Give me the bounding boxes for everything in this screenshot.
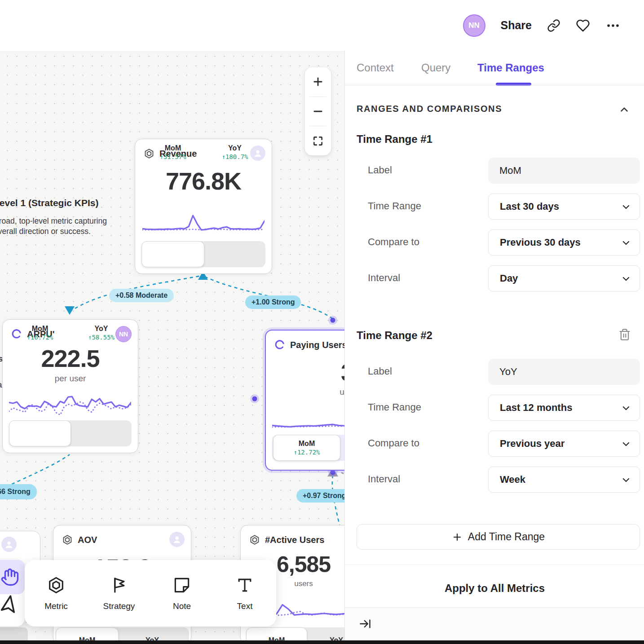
label-input[interactable]: MoM: [488, 158, 640, 184]
copy-link-icon[interactable]: [547, 19, 560, 32]
owner-avatar-icon: [169, 532, 185, 547]
metric-value: 222.5: [3, 344, 138, 372]
toggle-percent: ↑180.7%: [221, 153, 248, 161]
metric-value: 3,49: [306, 358, 345, 386]
metric-card-revenue[interactable]: Revenue 776.8K MoM ↑31.57% YoY ↑180.7%: [135, 139, 272, 274]
metric-unit: per user: [3, 374, 138, 384]
toggle-percent: ↑58.55%: [88, 333, 115, 341]
share-button[interactable]: Share: [501, 19, 532, 32]
toggle-label[interactable]: YoY: [95, 324, 108, 333]
chevron-down-icon: [621, 439, 631, 450]
group-annotation-description: Broad, top-level metric capturing overal…: [0, 216, 112, 237]
plus-icon: [452, 532, 463, 543]
tool-label: Text: [237, 601, 253, 611]
flag-icon: [109, 575, 129, 595]
toggle-label[interactable]: MoM: [32, 324, 48, 333]
toggle-pill-active[interactable]: [9, 420, 71, 446]
fit-view-icon[interactable]: [305, 126, 331, 155]
collapse-panel-icon[interactable]: [359, 618, 371, 630]
correlation-label[interactable]: +1.00 Strong: [245, 296, 301, 309]
field-label: Interval: [368, 272, 400, 284]
metric-unit: users: [293, 387, 345, 397]
field-label: Label: [368, 366, 392, 377]
field-label: Compare to: [368, 437, 419, 449]
creation-toolbar: Metric Strategy Note Text: [25, 560, 276, 626]
toggle-percent: ↑31.57%: [159, 153, 186, 161]
sparkline: [9, 388, 131, 420]
app-header: NN Share: [0, 0, 644, 51]
time-range-2-title: Time Range #2: [357, 329, 432, 342]
label-input[interactable]: YoY: [488, 359, 640, 385]
metric-card-paying-users[interactable]: Paying Users' 3,49 users MoM ↑12.72%: [265, 330, 345, 471]
note-icon: [172, 575, 192, 595]
card-title: Paying Users': [290, 340, 345, 350]
pointer-tool-button[interactable]: [0, 599, 13, 620]
chevron-down-icon: [621, 273, 631, 284]
metric-card-arpu[interactable]: ARPU' NN 222.5 per user MoM ↑16.72% YoY …: [2, 319, 138, 453]
pointer-tool-icon: [0, 599, 13, 620]
spinner-icon: [274, 339, 286, 351]
apply-to-all-metrics-button[interactable]: Apply to All Metrics: [345, 582, 644, 595]
sparkline: [142, 210, 265, 234]
inspector-panel: Context Query Time Ranges RANGES AND COM…: [344, 51, 644, 644]
chevron-down-icon: [621, 202, 631, 212]
interval-select[interactable]: Day: [488, 265, 640, 291]
clipped-text-fragment: a: [0, 380, 2, 390]
panel-footer: [345, 607, 644, 641]
chevron-down-icon: [621, 238, 631, 248]
metric-tree-canvas[interactable]: +0.58 Moderate +1.00 Strong +0.97 Strong…: [0, 0, 345, 644]
tool-text[interactable]: Text: [213, 560, 276, 626]
zoom-in-icon[interactable]: [305, 67, 331, 97]
tool-metric[interactable]: Metric: [25, 560, 88, 626]
card-title: AOV: [78, 535, 97, 545]
hexagon-icon: [249, 534, 260, 546]
card-title: #Active Users: [265, 535, 324, 545]
canvas-mode-strip: [0, 560, 25, 626]
field-label: Interval: [368, 473, 400, 485]
tool-label: Note: [173, 601, 191, 611]
chevron-down-icon: [621, 475, 631, 485]
owner-avatar-icon: [1, 537, 17, 552]
favorite-heart-icon[interactable]: [576, 18, 590, 33]
correlation-label[interactable]: +0.58 Moderate: [109, 289, 174, 302]
toggle-pill-active[interactable]: [141, 241, 204, 267]
tool-label: Metric: [44, 601, 68, 611]
tool-label: Strategy: [103, 601, 135, 611]
tab-time-ranges[interactable]: Time Ranges: [477, 51, 544, 85]
zoom-out-icon[interactable]: [305, 97, 331, 126]
compare-to-select[interactable]: Previous 30 days: [488, 229, 640, 256]
toggle-label[interactable]: MoM: [165, 144, 181, 153]
tab-context[interactable]: Context: [357, 51, 394, 85]
hand-tool-button[interactable]: [0, 560, 25, 594]
toggle-label[interactable]: YoY: [228, 144, 242, 153]
field-label: Label: [368, 164, 392, 176]
canvas-zoom-controls: [305, 67, 331, 155]
user-avatar[interactable]: NN: [463, 14, 485, 37]
text-icon: [235, 575, 255, 595]
delete-time-range-icon[interactable]: [618, 328, 631, 341]
more-options-icon[interactable]: [605, 18, 621, 33]
compare-to-select[interactable]: Previous year: [488, 431, 640, 457]
field-label: Time Range: [368, 401, 421, 413]
hand-tool-icon: [0, 568, 19, 587]
toggle-percent: ↑16.72%: [26, 333, 53, 341]
window-bottom-edge: [0, 640, 644, 644]
correlation-label[interactable]: 66 Strong: [0, 484, 37, 499]
time-range-select[interactable]: Last 30 days: [488, 194, 640, 220]
metric-value: 776.8K: [135, 167, 272, 195]
sparkline: [272, 401, 345, 433]
app-root: +0.58 Moderate +1.00 Strong +0.97 Strong…: [0, 0, 644, 644]
hexagon-icon: [46, 575, 66, 595]
toggle-label[interactable]: MoM: [299, 439, 315, 448]
group-annotation-title: Level 1 (Strategic KPIs): [0, 198, 98, 208]
field-label: Time Range: [368, 200, 421, 212]
tab-query[interactable]: Query: [421, 51, 450, 85]
tool-strategy[interactable]: Strategy: [88, 560, 150, 626]
section-title: RANGES AND COMPARISONS: [357, 104, 502, 114]
chevron-up-icon[interactable]: [618, 104, 630, 115]
interval-select[interactable]: Week: [488, 467, 640, 493]
time-range-select[interactable]: Last 12 months: [488, 395, 640, 421]
add-time-range-button[interactable]: Add Time Range: [357, 524, 640, 550]
tool-note[interactable]: Note: [150, 560, 213, 626]
correlation-label[interactable]: +0.97 Strong: [296, 489, 345, 503]
